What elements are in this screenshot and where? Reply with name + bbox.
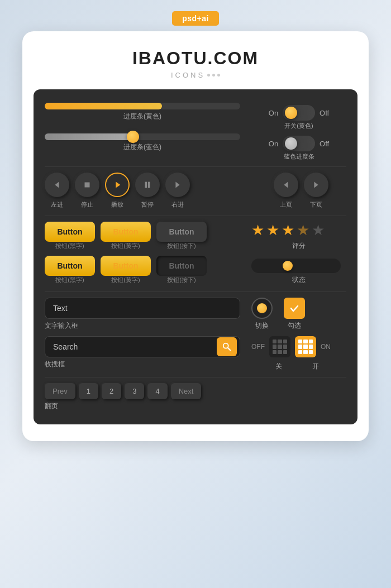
grid-box-off[interactable] bbox=[269, 336, 290, 357]
page-controls-row bbox=[274, 173, 346, 197]
search-section: 收搜框 bbox=[45, 336, 240, 371]
btn-yellow-black-1[interactable]: Button bbox=[45, 222, 95, 242]
grid-on-sub: 开 bbox=[305, 362, 326, 371]
progress-bar-blue-section: 进度条(蓝色) bbox=[45, 133, 240, 152]
ctrl-label-pause: 暂停 bbox=[135, 200, 160, 209]
dot2 bbox=[212, 74, 215, 77]
ctrl-btn-pause[interactable] bbox=[135, 173, 160, 197]
star-3[interactable]: ★ bbox=[282, 222, 294, 239]
toggle-label: 切换 bbox=[251, 321, 273, 331]
toggle-yellow-section: On Off 开关(黄色) bbox=[251, 105, 346, 130]
buttons-row2: Button 按钮(黑字) Button 按钮(黄字) Button 按钮(按下… bbox=[45, 256, 242, 284]
toggle-check-section: 切换 勾选 bbox=[251, 298, 346, 331]
toggle-gray-section: On Off 蓝色进度条 bbox=[251, 136, 346, 161]
rating-section: ★ ★ ★ ★ ★ 评分 bbox=[251, 222, 346, 251]
star-4[interactable]: ★ bbox=[297, 222, 309, 239]
toggle2-sub-label: 蓝色进度条 bbox=[251, 152, 346, 161]
page-label-prev: 上页 bbox=[274, 200, 298, 209]
pagination-next[interactable]: Next bbox=[171, 383, 202, 399]
status-label: 状态 bbox=[251, 275, 346, 285]
ctrl-btn-prev-page[interactable] bbox=[274, 173, 298, 197]
toggle2-on-label: On bbox=[269, 140, 278, 148]
pagination-page-4[interactable]: 4 bbox=[147, 383, 167, 399]
circle-toggle[interactable] bbox=[251, 298, 273, 319]
progress-bar-blue-label: 进度条(蓝色) bbox=[45, 142, 240, 152]
grid-off-sub: 关 bbox=[268, 362, 289, 371]
progress-bar-yellow-label: 进度条(黄色) bbox=[45, 112, 240, 121]
dot3 bbox=[217, 74, 220, 77]
pagination-label: 翻页 bbox=[45, 401, 346, 411]
divider2 bbox=[45, 216, 346, 216]
btn-sub-3: 按钮(按下) bbox=[156, 242, 207, 250]
progress-bar-blue-track[interactable] bbox=[45, 133, 240, 140]
btn-yellow-text-2[interactable]: Button bbox=[101, 256, 151, 276]
checkbox-item[interactable] bbox=[284, 298, 305, 319]
search-button[interactable] bbox=[217, 337, 237, 356]
dark-panel: 进度条(黄色) 进度条(蓝色) On bbox=[34, 89, 357, 424]
text-input-label: 文字输入框 bbox=[45, 321, 240, 331]
star-2[interactable]: ★ bbox=[266, 222, 279, 239]
svg-marker-0 bbox=[55, 182, 59, 188]
buttons-row1: Button 按钮(黑字) Button 按钮(黄字) Button 按钮(按下… bbox=[45, 222, 242, 250]
card-subtitle: ICONS bbox=[34, 71, 357, 79]
status-bar[interactable] bbox=[251, 259, 341, 273]
dot1 bbox=[207, 74, 210, 77]
toggle-check-row: 切换 勾选 bbox=[251, 298, 346, 331]
search-label: 收搜框 bbox=[45, 360, 240, 369]
progress-bar-yellow-section: 进度条(黄色) bbox=[45, 103, 240, 121]
svg-rect-1 bbox=[85, 183, 90, 188]
top-badge: psd+ai bbox=[172, 11, 219, 26]
ctrl-btn-next-page[interactable] bbox=[304, 173, 328, 197]
star-5[interactable]: ★ bbox=[312, 222, 325, 239]
progress-bar-yellow-track[interactable] bbox=[45, 103, 240, 109]
status-dot bbox=[283, 261, 293, 271]
circle-inner bbox=[257, 303, 267, 313]
svg-rect-4 bbox=[148, 182, 150, 188]
svg-marker-2 bbox=[116, 182, 120, 188]
main-card: IBAOTU.COM ICONS 进度条(黄色) bbox=[22, 31, 369, 441]
ctrl-btn-play[interactable] bbox=[105, 173, 130, 197]
progress-bar-yellow-fill bbox=[45, 103, 162, 109]
btn-sub-5: 按钮(黄字) bbox=[101, 276, 151, 284]
btn-dark-pressed-1[interactable]: Button bbox=[156, 256, 207, 276]
ctrl-label-right: 右进 bbox=[165, 200, 190, 209]
btn-yellow-text-1[interactable]: Button bbox=[101, 222, 151, 242]
media-controls-row bbox=[45, 173, 263, 197]
pagination-prev[interactable]: Prev bbox=[45, 383, 75, 399]
btn-sub-4: 按钮(黑字) bbox=[45, 276, 95, 284]
search-input[interactable] bbox=[45, 336, 240, 357]
subtitle-text: ICONS bbox=[171, 71, 205, 79]
progress-thumb[interactable] bbox=[127, 131, 139, 143]
toggle-yellow[interactable] bbox=[283, 105, 315, 121]
buttons-section: Button 按钮(黑字) Button 按钮(黄字) Button 按钮(按下… bbox=[45, 222, 242, 285]
pagination-page-3[interactable]: 3 bbox=[125, 383, 144, 399]
ctrl-btn-stop[interactable] bbox=[75, 173, 99, 197]
star-1[interactable]: ★ bbox=[251, 222, 264, 239]
pagination-row: Prev 1 2 3 4 Next bbox=[45, 383, 346, 399]
stars-row: ★ ★ ★ ★ ★ bbox=[251, 222, 346, 239]
checkbox-label: 勾选 bbox=[284, 321, 305, 331]
pagination-page-1[interactable]: 1 bbox=[79, 383, 98, 399]
toggle-gray[interactable] bbox=[283, 136, 315, 151]
grid-on-label: ON bbox=[321, 343, 331, 351]
ctrl-label-play: 播放 bbox=[105, 200, 130, 209]
ctrl-label-left: 左进 bbox=[45, 200, 69, 209]
page-controls-section: 上页 下页 bbox=[274, 173, 346, 209]
text-input-field[interactable] bbox=[45, 298, 240, 319]
ctrl-btn-right[interactable] bbox=[165, 173, 190, 197]
toggle1-on-label: On bbox=[269, 109, 278, 117]
card-title: IBAOTU.COM bbox=[34, 48, 357, 69]
btn-sub-1: 按钮(黑字) bbox=[45, 242, 95, 250]
ctrl-btn-left[interactable] bbox=[45, 173, 69, 197]
grid-toggle-section: OFF bbox=[251, 336, 346, 371]
btn-dark-1[interactable]: Button bbox=[156, 222, 207, 242]
svg-rect-3 bbox=[145, 182, 147, 188]
pagination-section: Prev 1 2 3 4 Next 翻页 bbox=[45, 383, 346, 411]
toggle-gray-knob bbox=[285, 137, 297, 150]
btn-yellow-black-2[interactable]: Button bbox=[45, 256, 95, 276]
btn-sub-6: 按钮(按下) bbox=[156, 276, 207, 284]
toggle1-sub-label: 开关(黄色) bbox=[251, 122, 346, 130]
grid-box-on[interactable] bbox=[295, 336, 316, 357]
svg-marker-6 bbox=[284, 182, 288, 188]
pagination-page-2[interactable]: 2 bbox=[102, 383, 121, 399]
